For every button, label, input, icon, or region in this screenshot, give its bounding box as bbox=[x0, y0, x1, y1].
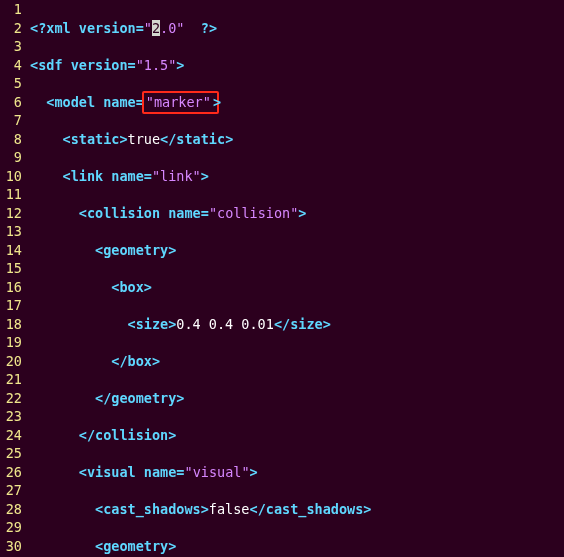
tag-close: > bbox=[363, 501, 371, 517]
quote: " bbox=[176, 20, 184, 36]
indent bbox=[30, 168, 63, 184]
indent bbox=[30, 427, 79, 443]
tag-name: size bbox=[136, 316, 169, 332]
tag-open: < bbox=[30, 57, 38, 73]
tag-open: < bbox=[128, 316, 136, 332]
line-number: 29 bbox=[0, 518, 22, 537]
tag-name: model bbox=[54, 94, 95, 110]
whitespace bbox=[63, 57, 71, 73]
text-content: false bbox=[209, 501, 250, 517]
tag-name: collision bbox=[95, 427, 168, 443]
xml-attr: xml version bbox=[46, 20, 135, 36]
code-line[interactable]: </box> bbox=[30, 352, 564, 371]
whitespace bbox=[185, 20, 201, 36]
tag-open: </ bbox=[79, 427, 95, 443]
tag-open: < bbox=[79, 205, 87, 221]
cursor: 2 bbox=[152, 20, 160, 36]
tag-open: < bbox=[79, 464, 87, 480]
quote: " bbox=[144, 20, 152, 36]
whitespace bbox=[95, 94, 103, 110]
tag-close: > bbox=[201, 501, 209, 517]
indent bbox=[30, 94, 46, 110]
tag-close: > bbox=[323, 316, 331, 332]
code-area[interactable]: <?xml version="2.0" ?> <sdf version="1.5… bbox=[28, 0, 564, 557]
code-editor[interactable]: 1 2 3 4 5 6 7 8 9 10 11 12 13 14 15 16 1… bbox=[0, 0, 564, 557]
code-line[interactable]: </geometry> bbox=[30, 389, 564, 408]
tag-name: link bbox=[71, 168, 104, 184]
code-line[interactable]: <sdf version="1.5"> bbox=[30, 56, 564, 75]
tag-close: > bbox=[168, 427, 176, 443]
line-number: 8 bbox=[0, 130, 22, 149]
line-number: 14 bbox=[0, 241, 22, 260]
indent bbox=[30, 538, 95, 554]
tag-name: static bbox=[176, 131, 225, 147]
attr-value: "visual" bbox=[185, 464, 250, 480]
tag-close: > bbox=[168, 242, 176, 258]
code-line[interactable]: <box> bbox=[30, 278, 564, 297]
tag-name: collision bbox=[87, 205, 160, 221]
line-number: 24 bbox=[0, 426, 22, 445]
indent bbox=[30, 316, 128, 332]
text-content: 0.4 0.4 0.01 bbox=[176, 316, 274, 332]
attr-value: "link" bbox=[152, 168, 201, 184]
tag-close: > bbox=[225, 131, 233, 147]
tag-open: </ bbox=[250, 501, 266, 517]
code-line[interactable]: <static>true</static> bbox=[30, 130, 564, 149]
indent bbox=[30, 353, 111, 369]
indent bbox=[30, 464, 79, 480]
line-number: 9 bbox=[0, 148, 22, 167]
tag-close: > bbox=[119, 131, 127, 147]
line-number: 22 bbox=[0, 389, 22, 408]
code-line[interactable]: <size>0.4 0.4 0.01</size> bbox=[30, 315, 564, 334]
tag-open: </ bbox=[111, 353, 127, 369]
line-number: 23 bbox=[0, 407, 22, 426]
code-line[interactable]: <link name="link"> bbox=[30, 167, 564, 186]
tag-name: geometry bbox=[103, 242, 168, 258]
tag-name: box bbox=[128, 353, 152, 369]
tag-open: < bbox=[63, 131, 71, 147]
tag-open: < bbox=[95, 538, 103, 554]
line-number: 19 bbox=[0, 333, 22, 352]
line-number: 11 bbox=[0, 185, 22, 204]
indent bbox=[30, 279, 111, 295]
code-line[interactable]: <cast_shadows>false</cast_shadows> bbox=[30, 500, 564, 519]
tag-name: geometry bbox=[103, 538, 168, 554]
code-line[interactable]: <model name="marker"> bbox=[30, 93, 564, 112]
tag-name: size bbox=[290, 316, 323, 332]
line-number: 30 bbox=[0, 537, 22, 556]
line-number: 12 bbox=[0, 204, 22, 223]
line-number: 28 bbox=[0, 500, 22, 519]
attr-name: name bbox=[103, 94, 136, 110]
code-line[interactable]: <?xml version="2.0" ?> bbox=[30, 19, 564, 38]
tag-open: < bbox=[95, 501, 103, 517]
indent bbox=[30, 501, 95, 517]
indent bbox=[30, 390, 95, 406]
attr-name: name bbox=[111, 168, 144, 184]
attr-name: name bbox=[144, 464, 177, 480]
line-number: 27 bbox=[0, 481, 22, 500]
code-line[interactable]: <visual name="visual"> bbox=[30, 463, 564, 482]
tag-close: > bbox=[152, 353, 160, 369]
text-content: true bbox=[128, 131, 161, 147]
code-line[interactable]: <geometry> bbox=[30, 241, 564, 260]
tag-open: </ bbox=[95, 390, 111, 406]
code-line[interactable]: <collision name="collision"> bbox=[30, 204, 564, 223]
string-value: .0 bbox=[160, 20, 176, 36]
tag-open: < bbox=[95, 242, 103, 258]
tag-close: > bbox=[201, 168, 209, 184]
code-line[interactable]: <geometry> bbox=[30, 537, 564, 556]
whitespace bbox=[136, 464, 144, 480]
tag-name: sdf bbox=[38, 57, 62, 73]
tag-name: geometry bbox=[111, 390, 176, 406]
line-number: 10 bbox=[0, 167, 22, 186]
tag-close: > bbox=[168, 538, 176, 554]
highlight-box: "marker" bbox=[142, 91, 219, 115]
tag-close: > bbox=[298, 205, 306, 221]
tag-close: > bbox=[176, 390, 184, 406]
tag-name: static bbox=[71, 131, 120, 147]
tag-close: > bbox=[213, 94, 221, 110]
tag-close: > bbox=[144, 279, 152, 295]
equals: = bbox=[128, 57, 136, 73]
code-line[interactable]: </collision> bbox=[30, 426, 564, 445]
line-number: 5 bbox=[0, 74, 22, 93]
